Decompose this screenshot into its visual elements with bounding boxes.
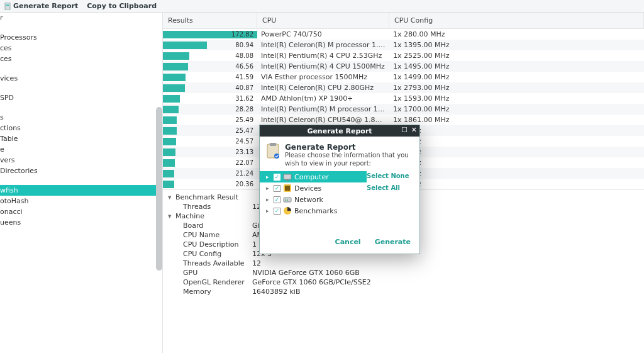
sidebar-item[interactable]: Table [0,133,162,144]
sidebar-item[interactable]: otoHash [0,196,162,206]
result-value: 20.36 [235,181,253,188]
cpu-cell: AMD Athlon(tm) XP 1900+ [257,94,389,103]
sidebar-item[interactable]: vers [0,155,162,165]
svg-rect-9 [285,186,290,191]
generate-report-label: Generate Report [13,2,78,10]
scrollbar[interactable] [156,107,162,271]
table-row[interactable]: 40.87Intel(R) Celeron(R) CPU 2.80GHz1x 2… [163,82,644,93]
cpu-cell: Intel(R) Celeron(R) CPU540@ 1.86GHz [257,116,389,124]
config-cell: 1x 1499.00 MHz [389,73,644,81]
cpuconfig-label: CPU Config [183,250,252,258]
sidebar-item[interactable]: s [0,112,162,123]
col-config[interactable]: CPU Config [389,13,644,28]
sidebar-item[interactable]: wfish [0,185,162,196]
config-cell: 1x 1495.00 MHz [389,62,644,70]
dialog-title: Generate Report [307,127,372,135]
table-row[interactable]: 41.59VIA Esther processor 1500MHz1x 1499… [163,72,644,82]
select-none-button[interactable]: Select None [367,172,413,179]
chevron-right-icon: ▸ [266,196,271,203]
checkbox[interactable]: ✓ [274,196,280,203]
table-row[interactable]: 48.08Intel(R) Pentium(R) 4 CPU 2.53GHz1x… [163,50,644,61]
result-value: 46.56 [235,63,253,70]
tree-item-devices[interactable]: ▸✓Devices [260,182,367,194]
module-icon [283,195,292,204]
gpu-value: NVIDIA GeForce GTX 1060 6GB [252,269,639,277]
chevron-right-icon: ▸ [266,174,271,180]
result-value: 23.13 [235,148,253,155]
table-row[interactable]: 25.49Intel(R) Celeron(R) CPU540@ 1.86GHz… [163,115,644,125]
benchmark-result-heading: Benchmark Result [175,193,245,201]
report-tree[interactable]: ▸✓Computer▸✓Devices▸✓Network▸✓Benchmarks [260,171,367,216]
gpu-label: GPU [183,269,252,277]
checkbox[interactable]: ✓ [274,185,280,192]
select-all-button[interactable]: Select All [367,184,413,191]
sidebar-item[interactable]: ces [0,53,162,64]
copy-clipboard-button[interactable]: Copy to Clipboard [87,2,157,10]
maximize-icon[interactable]: ☐ [401,126,408,133]
cpu-cell: Intel(R) Pentium(R) 4 CPU 2.53GHz [257,52,389,60]
table-row[interactable]: 28.28Intel(R) Pentium(R) M processor 1.7… [163,104,644,115]
sidebar[interactable]: rProcessorscescesvicesSPDsctionsTableeve… [0,13,163,353]
sidebar-item[interactable]: ueens [0,217,162,228]
generate-report-button[interactable]: Generate Report [4,2,78,10]
svg-rect-4 [270,143,276,146]
checkbox[interactable]: ✓ [274,208,280,215]
threadsavail-value: 12 [252,259,639,267]
result-value: 24.57 [235,138,253,145]
table-row[interactable]: 31.62AMD Athlon(tm) XP 1900+1x 1593.00 M… [163,93,644,104]
threads-label: Threads [183,203,252,211]
close-icon[interactable]: ✕ [411,126,417,133]
result-bar [163,106,179,113]
sidebar-item[interactable]: vices [0,73,162,84]
tree-item-benchmarks[interactable]: ▸✓Benchmarks [260,205,367,216]
generate-button[interactable]: Generate [375,238,411,246]
col-cpu[interactable]: CPU [257,13,389,28]
cancel-button[interactable]: Cancel [335,238,361,246]
chevron-right-icon: ▸ [266,208,271,214]
result-value: 25.49 [235,116,253,123]
sidebar-item[interactable]: ctions [0,123,162,133]
result-bar [163,138,176,145]
config-cell: .00 MHz [389,126,644,135]
result-bar [163,95,180,103]
sidebar-item[interactable]: e [0,144,162,155]
svg-rect-7 [286,179,289,181]
dialog-heading: Generate Report [285,143,413,152]
tree-item-computer[interactable]: ▸✓Computer [260,171,367,182]
result-value: 48.08 [235,52,253,59]
cpudesc-label: CPU Description [183,240,252,249]
result-value: 172.82 [231,31,253,38]
sidebar-group-label: r [0,13,162,23]
cpuname-label: CPU Name [183,231,252,239]
svg-point-11 [285,199,286,201]
caret-icon[interactable]: ▾ [168,193,175,201]
col-results[interactable]: Results [163,13,257,28]
result-bar [163,52,189,60]
dialog-titlebar[interactable]: Generate Report ☐ ✕ [260,125,419,137]
result-bar [163,84,185,92]
svg-rect-2 [6,5,9,6]
sidebar-item[interactable]: Directories [0,165,162,176]
config-cell: 1x 1861.00 MHz [389,116,644,124]
mem-value: 16403892 kiB [252,288,639,296]
sidebar-item[interactable]: SPD [0,92,162,103]
table-row[interactable]: 46.56Intel(R) Pentium(R) 4 CPU 1500MHz1x… [163,61,644,72]
checkbox[interactable]: ✓ [274,174,280,181]
tree-item-network[interactable]: ▸✓Network [260,194,367,205]
caret-icon[interactable]: ▾ [168,212,175,220]
sidebar-item[interactable]: Processors [0,32,162,43]
table-row[interactable]: 80.94Intel(R) Celeron(R) M processor 1.4… [163,40,644,50]
machine-heading: Machine [175,212,245,220]
sidebar-item[interactable]: onacci [0,206,162,217]
module-icon [283,172,292,181]
tree-item-label: Network [294,196,323,204]
result-value: 28.28 [235,106,253,113]
svg-point-12 [287,199,288,201]
result-bar [163,116,177,124]
result-bar [163,74,186,81]
threadsavail-label: Threads Available [183,259,252,267]
sidebar-item[interactable]: ces [0,43,162,53]
cpu-cell: Intel(R) Pentium(R) 4 CPU 1500MHz [257,62,389,70]
toolbar: Generate Report Copy to Clipboard [0,0,644,13]
table-row[interactable]: 172.82PowerPC 740/7501x 280.00 MHz [163,29,644,40]
